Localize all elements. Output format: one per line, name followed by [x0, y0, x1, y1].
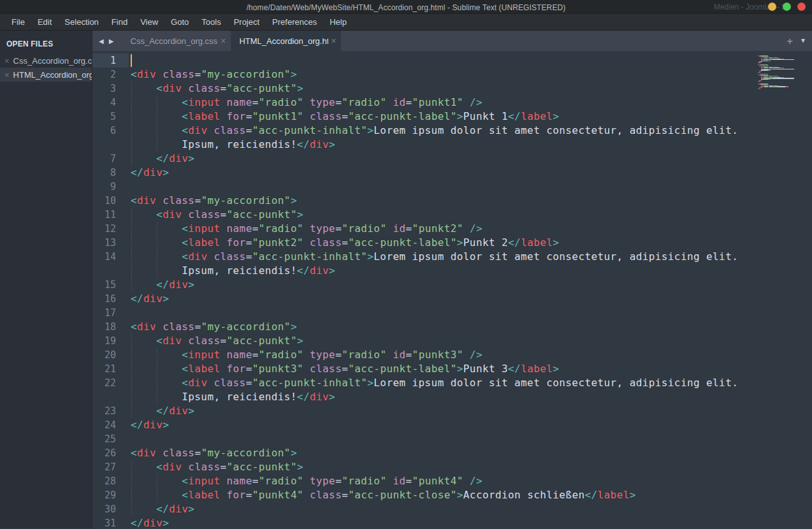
- code-row[interactable]: <input name="radio" type="radio" id="pun…: [129, 222, 755, 236]
- code-token: "my-accordion": [201, 321, 290, 333]
- menu-item-preferences[interactable]: Preferences: [266, 17, 323, 27]
- code-row[interactable]: <div class="my-accordion">: [129, 320, 755, 334]
- menu-item-file[interactable]: File: [5, 17, 31, 27]
- indent-guide: [131, 110, 132, 124]
- tab-html_accordion_org.html[interactable]: HTML_Accordion_org.html×: [231, 31, 341, 51]
- tab-css_accordion_org.css[interactable]: Css_Accordion_org.css×: [122, 31, 231, 51]
- code-token: =: [246, 110, 252, 122]
- new-tab-icon[interactable]: +: [787, 36, 793, 47]
- indent-guide: [157, 124, 157, 138]
- code-token: class: [310, 489, 342, 501]
- code-row[interactable]: <div class="acc-punkt-inhalt">Lorem ipsu…: [129, 376, 755, 390]
- code-token: </: [156, 279, 169, 291]
- code-token: =: [252, 222, 259, 235]
- indent-guide: [131, 222, 132, 236]
- line-number: 12: [92, 222, 129, 236]
- code-row[interactable]: <div class="my-accordion">: [129, 446, 755, 460]
- code-row[interactable]: <div class="acc-punkt">: [129, 460, 755, 474]
- code-row[interactable]: <label for="punkt4" class="acc-punkt-clo…: [129, 488, 755, 502]
- code-row[interactable]: [129, 54, 755, 68]
- code-token: input: [188, 349, 220, 361]
- code-row[interactable]: Ipsum, reiciendis!</div>: [129, 264, 755, 278]
- code-token: >: [163, 166, 169, 178]
- menu-item-help[interactable]: Help: [323, 17, 353, 27]
- code-row[interactable]: <input name="radio" type="radio" id="pun…: [129, 474, 755, 488]
- menu-item-selection[interactable]: Selection: [58, 17, 105, 27]
- file-close-icon[interactable]: ×: [4, 70, 10, 80]
- code-row[interactable]: <input name="radio" type="radio" id="pun…: [129, 96, 755, 110]
- indent-guide: [131, 460, 132, 474]
- code-row[interactable]: <div class="acc-punkt">: [129, 82, 755, 96]
- code-token: div: [310, 391, 329, 403]
- code-token: />: [470, 222, 482, 235]
- code-row[interactable]: </div>: [129, 404, 755, 418]
- code-token: input: [188, 475, 220, 487]
- code-token: div: [143, 419, 163, 431]
- code-row[interactable]: <div class="my-accordion">: [129, 194, 755, 208]
- code-row[interactable]: </div>: [129, 278, 755, 292]
- code-row[interactable]: [129, 432, 755, 446]
- code-token: =: [194, 68, 201, 80]
- indent-guide: [157, 110, 157, 124]
- code-row[interactable]: <input name="radio" type="radio" id="pun…: [129, 348, 755, 362]
- code-token: />: [470, 475, 482, 487]
- file-list-item[interactable]: ×HTML_Accordion_org.h: [0, 68, 92, 82]
- code-token: >: [188, 503, 194, 515]
- menu-item-view[interactable]: View: [134, 17, 164, 27]
- tab-nav-forward-icon[interactable]: ▶: [109, 38, 114, 45]
- code-area[interactable]: <div class="my-accordion"> <div class="a…: [129, 54, 755, 528]
- tab-close-icon[interactable]: ×: [221, 36, 226, 45]
- code-token: <: [131, 194, 137, 207]
- code-row[interactable]: <div class="acc-punkt">: [129, 208, 755, 222]
- code-row[interactable]: </div>: [129, 516, 755, 528]
- code-token: >: [163, 517, 169, 528]
- code-row[interactable]: <div class="acc-punkt-inhalt">Lorem ipsu…: [129, 124, 755, 138]
- menu-item-edit[interactable]: Edit: [31, 17, 58, 27]
- code-token: "my-accordion": [201, 68, 290, 80]
- code-token: [463, 96, 470, 108]
- tab-nav-back-icon[interactable]: ◀: [99, 38, 104, 45]
- code-token: div: [137, 447, 156, 459]
- tab-close-icon[interactable]: ×: [331, 36, 336, 45]
- code-row[interactable]: <div class="my-accordion">: [129, 68, 755, 82]
- file-close-icon[interactable]: ×: [4, 56, 10, 66]
- code-row[interactable]: <div class="acc-punkt">: [129, 334, 755, 348]
- code-token: [386, 222, 393, 235]
- minimize-button[interactable]: [768, 3, 776, 11]
- code-row[interactable]: </div>: [129, 502, 755, 516]
- code-token: </: [508, 236, 521, 249]
- code-token: >: [630, 489, 636, 501]
- code-row[interactable]: Ipsum, reiciendis!</div>: [129, 138, 755, 152]
- menu-item-goto[interactable]: Goto: [164, 17, 195, 27]
- code-row[interactable]: </div>: [129, 152, 755, 166]
- menu-item-find[interactable]: Find: [105, 17, 134, 27]
- code-row[interactable]: </div>: [129, 292, 755, 306]
- code-token: </: [508, 110, 521, 122]
- close-window-button[interactable]: [797, 3, 806, 11]
- code-row[interactable]: </div>: [129, 418, 755, 432]
- code-row[interactable]: <div class="acc-punkt-inhalt">Lorem ipsu…: [129, 250, 755, 264]
- code-row[interactable]: Ipsum, reiciendis!</div>: [129, 390, 755, 404]
- code-row[interactable]: [129, 306, 755, 320]
- code-row[interactable]: <label for="punkt1" class="acc-punkt-lab…: [129, 110, 755, 124]
- code-row[interactable]: </div>: [129, 166, 755, 180]
- code-token: </: [297, 138, 310, 150]
- tab-list-dropdown-icon[interactable]: ▼: [800, 38, 806, 44]
- code-token: "my-accordion": [201, 194, 290, 207]
- menu-item-project[interactable]: Project: [228, 17, 266, 27]
- menu-bar: FileEditSelectionFindViewGotoToolsProjec…: [0, 14, 812, 31]
- code-row[interactable]: <label for="punkt3" class="acc-punkt-lab…: [129, 362, 755, 376]
- line-number: 1: [92, 54, 129, 68]
- menu-item-tools[interactable]: Tools: [195, 17, 227, 27]
- line-number: 14: [92, 250, 129, 264]
- code-token: =: [342, 236, 348, 249]
- code-token: </: [131, 166, 143, 178]
- code-row[interactable]: [129, 180, 755, 194]
- code-row[interactable]: <label for="punkt2" class="acc-punkt-lab…: [129, 236, 755, 250]
- minimap[interactable]: [755, 54, 812, 528]
- minimap-code-segment: [760, 89, 760, 89]
- code-token: class: [163, 447, 194, 459]
- maximize-button[interactable]: [783, 3, 791, 11]
- file-list-item[interactable]: ×Css_Accordion_org.css: [0, 54, 92, 68]
- code-token: </: [156, 152, 169, 164]
